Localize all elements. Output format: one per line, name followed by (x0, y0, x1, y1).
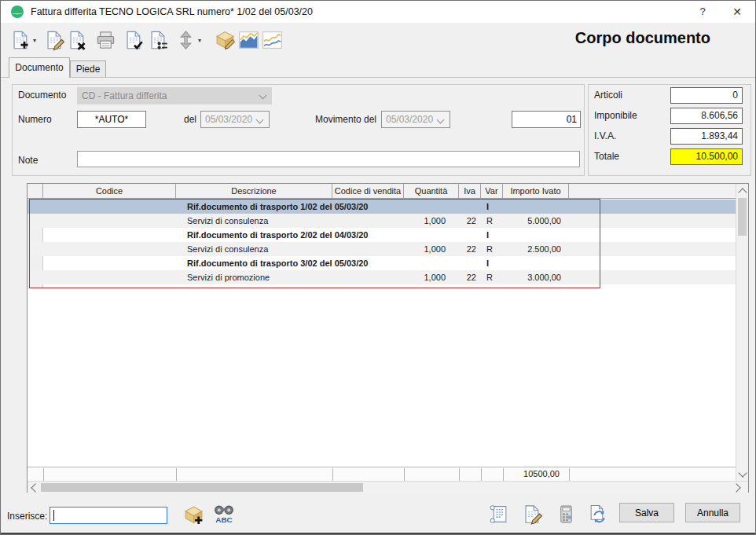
scroll-down-icon[interactable] (738, 468, 747, 477)
confirm-document-icon[interactable] (123, 29, 145, 51)
document-settings-icon[interactable] (148, 29, 169, 51)
scroll-up-icon[interactable] (738, 188, 747, 196)
annulla-button[interactable]: Annulla (685, 503, 740, 522)
del-date-combo[interactable]: 05/03/2020 (200, 111, 270, 128)
title-bar[interactable]: Fattura differita TECNO LOGICA SRL numer… (1, 1, 755, 23)
new-document-icon[interactable] (10, 29, 31, 51)
calculator-icon[interactable] (556, 504, 577, 525)
scroll-right-icon[interactable] (732, 483, 740, 492)
horizontal-scrollbar-thumb[interactable] (41, 483, 363, 492)
col-header-quantita[interactable]: Quantità (404, 184, 459, 198)
add-article-icon[interactable] (183, 504, 204, 526)
footer-total-importo: 10500,00 (503, 467, 560, 481)
articoli-label: Articoli (594, 90, 622, 101)
help-button[interactable]: ? (692, 4, 713, 20)
movimento-date-combo[interactable]: 05/03/2020 (381, 111, 450, 128)
grid-header: Codice Descrizione Codice di vendita Qua… (28, 184, 737, 199)
sort-updown-icon[interactable] (175, 29, 196, 51)
chevron-down-icon (259, 92, 267, 100)
numero-label: Numero (18, 114, 52, 125)
area-chart-icon[interactable] (238, 29, 259, 51)
col-header-importo-ivato[interactable]: Importo Ivato (503, 184, 569, 198)
new-document-dropdown-icon[interactable]: ▾ (33, 37, 36, 44)
col-header-codice-vendita[interactable]: Codice di vendita (332, 184, 404, 198)
dialog-window: Fattura differita TECNO LOGICA SRL numer… (0, 0, 756, 535)
iva-value[interactable]: 1.893,44 (670, 128, 743, 145)
vertical-scrollbar-thumb[interactable] (738, 198, 747, 236)
totale-label: Totale (594, 151, 619, 162)
horizontal-scrollbar[interactable] (28, 481, 748, 493)
edit-note-icon[interactable] (522, 504, 543, 525)
document-sync-icon[interactable] (587, 504, 608, 525)
movement-list-icon[interactable] (488, 504, 509, 525)
salva-button[interactable]: Salva (619, 503, 674, 522)
documento-type-combo[interactable]: CD - Fattura differita (77, 87, 272, 104)
col-header-iva[interactable]: Iva (459, 184, 481, 198)
documento-label: Documento (18, 90, 66, 101)
scroll-left-icon[interactable] (31, 483, 39, 492)
chevron-down-icon (256, 116, 264, 124)
text-caret (53, 510, 54, 521)
chevron-down-icon (437, 116, 445, 124)
note-field[interactable] (77, 151, 580, 167)
del-label: del (184, 114, 196, 125)
delete-document-icon[interactable] (67, 29, 88, 51)
note-label: Note (18, 155, 38, 166)
imponibile-label: Imponibile (594, 110, 637, 121)
highlight-rectangle (29, 199, 600, 288)
imponibile-value[interactable]: 8.606,56 (670, 108, 743, 124)
col-header-codice[interactable]: Codice (43, 184, 176, 198)
line-chart-icon[interactable] (262, 29, 283, 51)
tab-piede[interactable]: Piede (70, 60, 106, 77)
tab-documento[interactable]: Documento (9, 57, 70, 78)
sort-dropdown-icon[interactable]: ▾ (198, 37, 201, 44)
movimento-label: Movimento del (315, 114, 376, 125)
app-logo-icon (10, 5, 24, 19)
toolbar: ▾ (1, 23, 755, 57)
svg-text:ABC: ABC (215, 515, 232, 524)
grid-footer: 10500,00 (28, 467, 737, 481)
inserisce-label: Inserisce: (7, 511, 47, 522)
row-selector-header (28, 184, 43, 198)
edit-document-icon[interactable] (44, 29, 65, 51)
col-header-var[interactable]: Var (481, 184, 503, 198)
search-abc-icon[interactable]: ABC (211, 504, 237, 525)
col-header-descrizione[interactable]: Descrizione (176, 184, 332, 198)
close-button[interactable]: ✕ (727, 4, 747, 20)
tab-strip-border (1, 77, 755, 78)
vertical-scrollbar[interactable] (736, 184, 748, 481)
iva-label: I.V.A. (594, 130, 616, 141)
document-lines-grid: Codice Descrizione Codice di vendita Qua… (27, 183, 749, 493)
movement-number-field[interactable] (512, 111, 581, 128)
articoli-value[interactable]: 0 (670, 87, 743, 104)
numero-field[interactable] (77, 111, 146, 128)
window-title: Fattura differita TECNO LOGICA SRL numer… (31, 6, 313, 17)
inserisce-input[interactable] (50, 507, 167, 524)
page-title: Corpo documento (575, 29, 710, 47)
totale-value[interactable]: 10.500,00 (670, 148, 743, 165)
package-edit-icon[interactable] (215, 29, 236, 51)
print-icon[interactable] (95, 29, 116, 51)
